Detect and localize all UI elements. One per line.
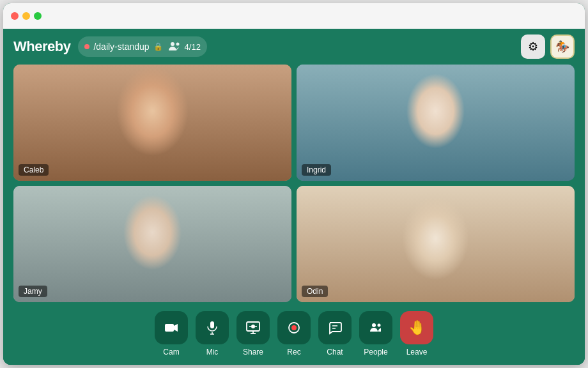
participant-label-jamy: Jamy (19, 286, 47, 297)
people-icon-bg (359, 311, 392, 344)
mic-button[interactable]: Mic (193, 311, 231, 356)
mic-icon-bg (196, 311, 229, 344)
leave-label: Leave (406, 348, 428, 356)
chat-icon (327, 320, 343, 335)
app-logo: Whereby (13, 38, 70, 55)
svg-point-10 (251, 325, 255, 328)
settings-button[interactable]: ⚙ (521, 34, 545, 59)
share-icon (245, 320, 261, 335)
mic-icon (205, 320, 220, 335)
svg-marker-3 (174, 324, 178, 332)
leave-icon-bg: 🤚 (400, 311, 433, 344)
people-icon (368, 320, 383, 335)
svg-rect-2 (165, 324, 174, 332)
room-status-dot (84, 44, 89, 49)
share-label: Share (243, 348, 263, 356)
room-info: /daily-standup 🔒 4/12 (78, 36, 206, 57)
share-button[interactable]: Share (234, 311, 272, 356)
header-right: ⚙ 🏇 (521, 34, 575, 59)
rec-label: Rec (287, 348, 300, 356)
traffic-lights (11, 12, 42, 20)
rec-button[interactable]: Rec (275, 311, 313, 356)
leave-icon: 🤚 (408, 319, 426, 336)
avatar-button[interactable]: 🏇 (550, 34, 575, 59)
header-bar: Whereby /daily-standup 🔒 4/12 (3, 29, 585, 65)
app-window: Whereby /daily-standup 🔒 4/12 (3, 3, 585, 365)
lock-icon: 🔒 (153, 42, 163, 51)
svg-point-15 (372, 323, 376, 327)
cam-icon-bg (155, 311, 188, 344)
header-left: Whereby /daily-standup 🔒 4/12 (13, 36, 207, 57)
participants-icon (167, 39, 182, 54)
participant-label-caleb: Caleb (19, 164, 49, 176)
svg-point-1 (176, 43, 179, 46)
svg-point-12 (291, 325, 297, 330)
video-tile-jamy: Jamy (13, 186, 291, 302)
room-name: /daily-standup (93, 42, 149, 52)
video-tile-ingrid: Ingrid (297, 65, 575, 181)
people-label: People (364, 348, 387, 356)
participant-label-odin: Odin (302, 286, 328, 297)
chat-icon-bg (318, 311, 352, 344)
chat-button[interactable]: Chat (316, 311, 354, 356)
mic-label: Mic (206, 348, 219, 356)
cam-label: Cam (163, 348, 179, 356)
video-tile-caleb: Caleb (13, 65, 291, 181)
minimize-button[interactable] (22, 12, 30, 20)
avatar-icon: 🏇 (555, 40, 569, 54)
participant-count: 4/12 (167, 39, 201, 54)
chat-label: Chat (327, 348, 343, 356)
cam-button[interactable]: Cam (152, 311, 190, 356)
svg-rect-4 (210, 321, 214, 328)
svg-point-0 (171, 42, 174, 46)
rec-icon-bg (277, 311, 311, 344)
toolbar: Cam Mic (3, 307, 585, 365)
people-button[interactable]: People (357, 311, 395, 356)
leave-button[interactable]: 🤚 Leave (398, 311, 436, 356)
svg-point-16 (378, 323, 381, 326)
close-button[interactable] (11, 12, 19, 20)
video-tile-odin: Odin (297, 186, 575, 302)
settings-icon: ⚙ (528, 40, 538, 54)
share-icon-bg (236, 311, 270, 344)
titlebar (3, 3, 585, 29)
cam-icon (164, 320, 179, 335)
rec-icon (286, 320, 302, 335)
maximize-button[interactable] (34, 12, 42, 20)
participant-label-ingrid: Ingrid (302, 164, 331, 176)
main-content: Whereby /daily-standup 🔒 4/12 (3, 29, 585, 365)
video-grid: Caleb Ingrid Jamy Odin (3, 65, 585, 307)
